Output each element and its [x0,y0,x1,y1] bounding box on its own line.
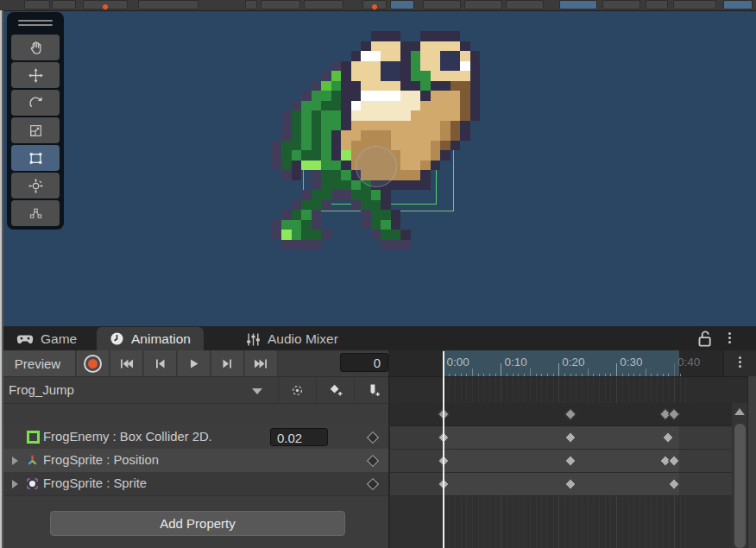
toolbar-segment[interactable] [423,0,461,9]
add-keyframe-button[interactable] [316,377,354,403]
summary-keyframe[interactable] [564,408,576,420]
ruler-time-label: 0:20 [562,356,584,368]
toolbar-segment[interactable] [245,0,257,9]
toolbar-segment[interactable] [390,0,414,9]
go-to-end-icon [254,358,268,369]
ruler-tick [530,368,531,376]
toolbar-segment[interactable] [362,0,387,9]
move-tool-button[interactable] [11,62,60,88]
tab-label: Animation [131,331,191,347]
go-to-end-button[interactable] [245,350,278,376]
foldout-arrow-icon[interactable] [12,480,18,488]
toolbar-segment[interactable] [559,0,597,9]
scrollbar-thumb[interactable] [734,424,746,548]
toolbar-segment[interactable] [24,0,50,9]
toolbar-segment[interactable] [83,0,128,9]
unity-main-toolbar [0,0,756,11]
panel-divider[interactable] [388,350,390,548]
node-tool-icon [28,206,43,221]
ruler-tick [495,374,496,376]
toolbar-segment[interactable] [646,0,668,9]
frame-number-input[interactable]: 0 [340,353,388,372]
toolbar-segment[interactable] [506,0,544,9]
keyframe-toggle-icon[interactable] [367,455,379,467]
summary-keyframe-row[interactable] [390,403,732,426]
property-value-input[interactable]: 0.02 [270,428,328,446]
toolbar-segment[interactable] [138,0,198,9]
ruler-tick [663,374,664,376]
toolbar-segment[interactable] [464,0,502,9]
ruler-tick [478,374,479,376]
ruler-tick [472,368,473,376]
panel-right-edge [747,376,756,548]
ruler-tick [547,374,548,376]
scale-tool-button[interactable] [11,117,60,143]
dopesheet-menu-kebab-icon[interactable] [739,356,741,359]
tab-animation[interactable]: Animation [97,327,204,350]
clip-dropdown[interactable]: Frog_Jump [9,382,74,397]
tab-audio-mixer[interactable]: Audio Mixer [233,328,351,350]
toolbar-segment[interactable] [723,0,753,9]
toolbar-segment[interactable] [673,0,716,9]
rotate-tool-button[interactable] [11,90,60,116]
property-row[interactable]: FrogEnemy : Box Collider 2D.0.02 [0,425,390,450]
toolbar-segment[interactable] [261,0,300,9]
lock-icon[interactable] [696,331,715,347]
animation-panel-left: Preview 0 Frog_Jump FrogEnemy : Box Coll… [0,350,390,548]
filter-by-selection-button[interactable] [278,377,316,403]
transform-tool-button[interactable] [11,173,60,198]
scene-view[interactable] [0,10,756,326]
scene-tools-overlay [7,12,64,230]
rotate-icon [28,96,43,110]
ruler-time-label: 0:10 [504,356,526,368]
filter-selection-icon [290,383,305,398]
custom-tool-button[interactable] [11,200,60,226]
keyframe-toggle-icon[interactable] [367,431,379,444]
go-to-start-icon [119,358,134,369]
clip-range-tint [443,426,679,449]
move-icon [28,68,43,83]
rect-tool-button[interactable] [11,145,60,171]
keyframe-row[interactable] [390,426,732,450]
scale-icon [28,123,43,138]
next-keyframe-button[interactable] [211,350,244,376]
keyframe-row[interactable] [390,450,732,473]
ruler-tick [466,374,467,376]
ruler-tick [564,374,565,376]
preview-button[interactable]: Preview [0,350,76,376]
add-property-button[interactable]: Add Property [50,511,345,536]
property-row[interactable]: FrogSprite : Position [0,449,390,473]
keyframe-toggle-icon[interactable] [367,478,379,490]
tab-menu-kebab-icon[interactable] [728,332,731,335]
clip-range-highlight [443,350,679,376]
property-row[interactable]: FrogSprite : Sprite [0,472,390,496]
hand-icon [28,41,43,55]
ruler-tick [680,374,681,376]
tab-label: Game [41,331,77,347]
toolbar-segment[interactable] [52,0,76,9]
summary-keyframe[interactable] [668,408,680,420]
ruler-tick [541,374,542,376]
timeline-ruler[interactable]: 0:000:100:200:300:40 [390,350,756,377]
prev-keyframe-button[interactable] [144,350,177,376]
go-to-start-button[interactable] [110,350,143,376]
add-event-button[interactable] [354,377,392,403]
keyframe-row[interactable] [390,473,732,496]
circle-gizmo [356,146,397,187]
foldout-arrow-icon[interactable] [12,457,18,465]
hand-tool-button[interactable] [11,35,60,60]
play-button[interactable] [178,350,211,376]
chevron-down-icon[interactable] [252,388,262,394]
scroll-up-icon[interactable] [734,408,745,415]
record-button[interactable] [77,350,110,376]
vertical-scrollbar[interactable] [732,403,747,548]
toolbar-segment[interactable] [304,0,343,9]
ruler-tick [633,374,634,376]
ruler-tick [622,374,623,376]
tab-game[interactable]: Game [3,328,90,350]
frog-sprite[interactable] [261,31,490,249]
playhead[interactable] [443,351,444,548]
overlay-drag-handle[interactable] [18,20,53,27]
clip-row: Frog_Jump [0,377,390,404]
toolbar-segment[interactable] [602,0,640,9]
